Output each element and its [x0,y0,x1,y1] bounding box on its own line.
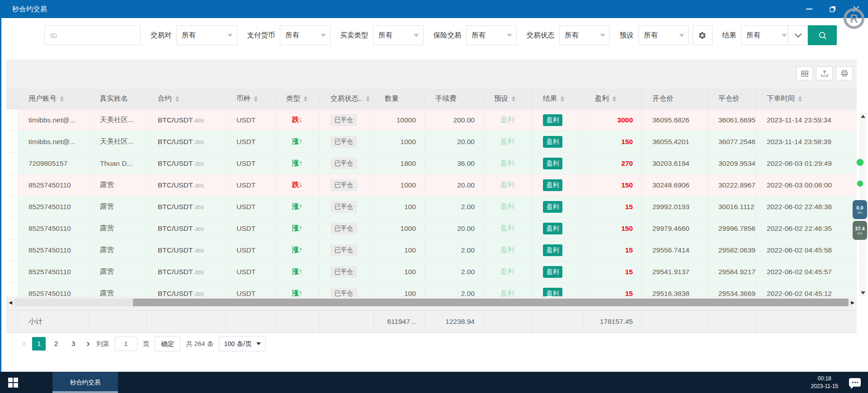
grid-icon [801,70,808,77]
cell-sel [6,239,18,261]
cell-sel [6,131,18,152]
cell-close: 30209.9534 [708,153,756,174]
cell-open: 36095.6826 [642,109,708,131]
sort-icon[interactable] [613,96,616,102]
id-search-input[interactable] [44,25,141,45]
chevron-down-icon [782,34,787,37]
sort-icon[interactable] [304,96,307,102]
table-row[interactable]: 85257450110露营BTC/USDT-30SUSDT涨↑已平仓1002.0… [6,283,857,296]
cell-profit: 15 [584,239,642,261]
contract-pair: BTC/USDT [158,159,193,168]
table-row[interactable]: 7209805157Thuan D...BTC/USDT-30SUSDT涨↑已平… [6,153,857,174]
search-button[interactable] [808,25,837,45]
cell-preset: 盈利 [483,218,532,239]
column-settings-button[interactable] [796,66,813,80]
scroll-left-icon[interactable]: ◀ [6,300,14,305]
confirm-button[interactable]: 确定 [155,336,180,351]
contract-pair: BTC/USDT [158,246,193,254]
filter-groups: 交易对所有支付货币所有买卖类型所有保险交易所有交易状态所有预设所有结果所有 [151,25,802,45]
table-row[interactable]: timibbs.net@...天美社区...BTC/USDT-60SUSDT跌↓… [6,109,857,131]
taskbar-clock[interactable]: 00:18 2023-11-15 [811,375,839,389]
page-button-3[interactable]: 3 [66,337,80,351]
cell-sel [6,261,18,282]
sort-icon[interactable] [366,96,370,102]
print-button[interactable] [836,66,853,80]
sort-icon[interactable] [561,96,564,102]
scrollbar-track[interactable] [14,299,849,306]
expand-filters-button[interactable] [788,25,808,45]
search-icon [818,31,827,40]
filter-select-trade-type[interactable]: 所有 [373,25,424,45]
net-speed-unit: K/s [858,232,862,235]
preset-settings-button[interactable] [693,25,712,45]
taskbar: 秒合约交易 00:18 2023-11-15 [0,372,868,393]
goto-page-input[interactable] [115,337,137,351]
start-button[interactable] [0,372,26,393]
filter-select-insurance[interactable]: 所有 [466,25,517,45]
status-dot-icon [857,159,863,166]
filter-select-trade-status[interactable]: 所有 [559,25,610,45]
col-header-preset[interactable]: 预设 [483,89,532,109]
page-button-1[interactable]: 1 [32,337,46,351]
filter-select-preset[interactable]: 所有 [638,25,689,45]
sort-icon[interactable] [254,96,258,102]
filter-select-pay-currency[interactable]: 所有 [280,25,330,45]
horizontal-scrollbar[interactable]: ◀ ▶ [6,299,857,306]
col-header-currency[interactable]: 币种 [226,89,275,109]
status-badge: 已平仓 [330,179,357,191]
col-header-label: 用户账号 [28,94,57,103]
table-row[interactable]: 85257450110露营BTC/USDT-30SUSDT跌↓已平仓100020… [6,174,857,196]
col-header-close: 平仓价 [708,89,756,109]
window-titlebar: 秒合约交易 [0,0,868,18]
table-row[interactable]: 85257450110露营BTC/USDT-30SUSDT涨↑已平仓100020… [6,218,857,239]
col-header-time[interactable]: 下单时间 [756,89,857,109]
sort-icon[interactable] [175,96,179,102]
preset-label: 盈利 [500,224,514,233]
chevron-down-icon [414,34,419,37]
col-header-result[interactable]: 结果 [532,89,584,109]
cell-account: 85257450110 [18,174,89,196]
col-header-type[interactable]: 类型 [275,89,320,109]
export-button[interactable] [816,66,833,80]
minimize-button[interactable] [797,0,821,18]
sort-icon[interactable] [512,96,515,102]
table-row[interactable]: timibbs.net@...天美社区...BTC/USDT-30SUSDT涨↑… [6,131,857,153]
page-size-value: 100 条/页 [224,340,251,348]
sort-icon[interactable] [60,96,64,102]
scrollbar-thumb[interactable] [133,299,849,306]
cell-amount: 1000 [374,174,425,196]
page-button-2[interactable]: 2 [49,337,63,351]
page-size-select[interactable]: 100 条/页 [219,336,265,351]
filter-select-pair[interactable]: 所有 [176,25,237,45]
print-icon [841,70,848,77]
prev-page-button[interactable]: ‹ [22,339,27,349]
filter-select-result[interactable]: 所有 [741,25,792,45]
restore-button[interactable] [821,0,844,18]
chat-bubble-icon[interactable] [849,378,861,387]
cell-status: 已平仓 [320,218,374,239]
scroll-right-icon[interactable]: ▶ [849,300,857,305]
preset-label: 盈利 [500,159,514,168]
scroll-up-icon[interactable] [861,115,865,118]
chevron-down-icon [321,34,326,37]
table-row[interactable]: 85257450110露营BTC/USDT-30SUSDT涨↑已平仓1002.0… [6,196,857,218]
col-header-contract[interactable]: 合约 [147,89,226,109]
next-page-button[interactable]: › [85,339,90,349]
cell-type: 涨↑ [275,218,320,239]
cell-time: 2022-06-02 04:45:12 [756,283,857,296]
table-row[interactable]: 85257450110露营BTC/USDT-30SUSDT涨↑已平仓1002.0… [6,261,857,283]
taskbar-app-button[interactable]: 秒合约交易 [52,372,118,393]
contract-duration: -30S [193,291,204,296]
cell-contract: BTC/USDT-30S [147,218,226,239]
col-header-account[interactable]: 用户账号 [18,89,89,109]
summary-cell-time [756,311,857,332]
type-down-indicator: 跌↓ [292,115,302,125]
summary-cell-name [89,311,147,332]
sort-icon[interactable] [798,96,802,102]
scroll-down-icon[interactable] [861,291,865,295]
cell-sel [6,109,18,131]
col-header-status[interactable]: 交易状态.. [320,89,374,109]
table-row[interactable]: 85257450110露营BTC/USDT-30SUSDT涨↑已平仓1002.0… [6,239,857,261]
col-header-profit[interactable]: 盈利 [584,89,642,109]
filter-group-result: 结果所有 [722,25,792,45]
